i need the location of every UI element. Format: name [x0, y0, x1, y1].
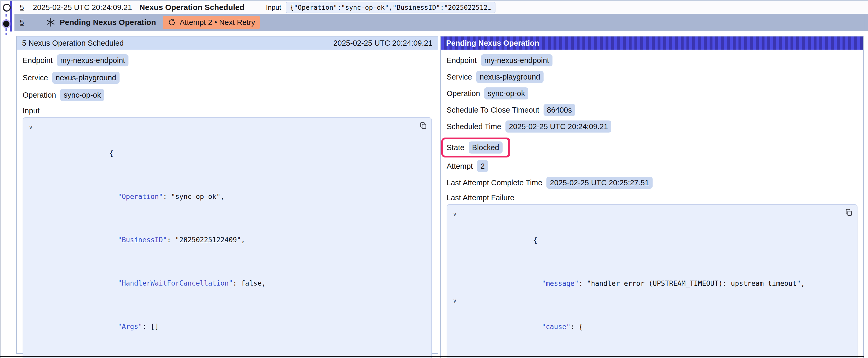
field-value: sync-op-ok — [60, 89, 104, 101]
attempt-retry-text: Attempt 2 • Next Retry — [180, 18, 255, 27]
scheduled-panel-title: 5 Nexus Operation Scheduled — [22, 39, 124, 47]
event-id-link[interactable]: 5 — [20, 18, 26, 27]
code-line-text: "cause": { — [459, 297, 583, 340]
code-line: ∨ { — [450, 210, 852, 253]
pending-fields-mid: Attempt 2 Last Attempt Complete Time 202… — [446, 160, 858, 189]
state-label: State — [446, 143, 464, 152]
field-row: Attempt 2 — [446, 160, 858, 172]
field-label: Scheduled Time — [446, 122, 501, 131]
expanded-row-bottom-border — [0, 356, 864, 357]
field-value: my-nexus-endpoint — [481, 54, 553, 66]
right-page-border — [865, 1, 865, 358]
field-label: Last Attempt Complete Time — [446, 178, 542, 187]
pending-fields-top: Endpoint my-nexus-endpoint Service nexus… — [446, 54, 858, 133]
pending-nexus-operation-panel: Pending Nexus Operation Endpoint my-nexu… — [440, 36, 864, 358]
field-row: Last Attempt Complete Time 2025-02-25 UT… — [446, 176, 858, 189]
code-token: : false, — [233, 279, 266, 287]
field-label: Schedule To Close Timeout — [446, 106, 539, 115]
event-input-preview-chip[interactable]: {"Operation":"sync-op-ok","BusinessID":"… — [286, 2, 495, 13]
field-value: 2 — [477, 160, 488, 172]
field-label: Attempt — [446, 162, 473, 171]
code-line: ∨ "BusinessID": "20250225122409", — [26, 210, 426, 253]
field-label: Operation — [23, 91, 56, 99]
event-row-nexus-operation-scheduled[interactable]: 5 2025-02-25 UTC 20:24:09.21 Nexus Opera… — [14, 1, 868, 14]
timeline-open-marker-icon — [3, 4, 11, 11]
code-token: { — [109, 149, 114, 157]
code-line: ∨ } — [26, 339, 426, 358]
code-line-text: } — [35, 339, 118, 358]
event-row-pending-nexus-operation[interactable]: 5 Pending Nexus Operation Attempt 2 • Ne… — [14, 14, 868, 31]
code-line-text: "HandlerWaitForCancellation": false, — [35, 253, 266, 296]
code-line-text: "Args": [] — [35, 296, 159, 339]
input-section-label: Input — [23, 106, 432, 115]
scheduled-panel-header: 5 Nexus Operation Scheduled 2025-02-25 U… — [17, 36, 438, 50]
code-line-text: "message": "handler error (UPSTREAM_TIME… — [459, 253, 805, 297]
state-highlight-box: State Blocked — [441, 137, 510, 158]
code-token: "BusinessID" — [118, 236, 167, 244]
field-label: Service — [446, 73, 472, 82]
event-title: Nexus Operation Scheduled — [139, 3, 244, 12]
left-page-border — [0, 1, 1, 358]
scheduled-panel-time: 2025-02-25 UTC 20:24:09.21 — [333, 39, 432, 47]
code-line-text: { — [35, 123, 118, 166]
field-row: Service nexus-playground — [446, 71, 858, 83]
retry-icon — [167, 18, 176, 27]
event-timestamp: 2025-02-25 UTC 20:24:09.21 — [33, 3, 132, 12]
field-value: nexus-playground — [52, 72, 120, 84]
collapse-chevron-icon[interactable]: ∨ — [450, 297, 459, 340]
field-row: Service nexus-playground — [23, 72, 432, 84]
code-line: ∨ "HandlerWaitForCancellation": false, — [26, 253, 426, 296]
field-label: Endpoint — [23, 56, 53, 65]
field-row: Operation sync-op-ok — [446, 88, 858, 99]
field-label: Operation — [446, 89, 480, 98]
code-token: : "20250225122409", — [167, 236, 245, 244]
field-row: Schedule To Close Timeout 86400s — [446, 104, 858, 116]
field-label: Service — [23, 73, 48, 82]
nexus-operation-scheduled-panel: 5 Nexus Operation Scheduled 2025-02-25 U… — [16, 36, 438, 354]
timeline-current-marker-icon — [3, 21, 9, 27]
code-lines: ∨ { ∨ — [26, 123, 426, 358]
field-value: my-nexus-endpoint — [57, 54, 129, 66]
code-line-text: "BusinessID": "20250225122409", — [35, 210, 245, 253]
event-rows: 5 2025-02-25 UTC 20:24:09.21 Nexus Opera… — [14, 1, 868, 31]
failure-json-viewer: ∨ { ∨ — [446, 204, 858, 358]
pending-panel-title: Pending Nexus Operation — [446, 39, 539, 47]
code-token: : [] — [143, 323, 159, 330]
code-token: "HandlerWaitForCancellation" — [118, 279, 233, 287]
pending-panel-body: Endpoint my-nexus-endpoint Service nexus… — [441, 50, 863, 358]
code-token: "message" — [542, 280, 579, 287]
code-line: ∨ "message": "upstream timeout", — [450, 340, 852, 358]
field-value: 2025-02-25 UTC 20:24:09.21 — [505, 121, 611, 133]
attempt-retry-badge: Attempt 2 • Next Retry — [163, 16, 260, 29]
code-line-text: { — [459, 210, 541, 253]
code-line-text: "message": "upstream timeout", — [459, 340, 673, 358]
event-id-link[interactable]: 5 — [20, 3, 26, 12]
event-detail-label: Input — [266, 3, 281, 11]
field-row: Operation sync-op-ok — [23, 89, 432, 101]
state-value-badge: Blocked — [469, 141, 502, 154]
code-line: ∨ "message": "handler error (UPSTREAM_TI… — [450, 253, 852, 297]
state-field-row: State Blocked — [446, 141, 502, 154]
code-line: ∨ { — [26, 123, 426, 166]
field-value: nexus-playground — [476, 71, 544, 83]
copy-icon — [845, 208, 853, 217]
collapse-chevron-icon[interactable]: ∨ — [450, 210, 459, 253]
field-label: Endpoint — [446, 56, 477, 65]
field-row: Endpoint my-nexus-endpoint — [446, 54, 858, 66]
code-token: { — [533, 236, 537, 244]
failure-section-label: Last Attempt Failure — [446, 193, 858, 202]
copy-button[interactable] — [845, 208, 853, 218]
collapse-chevron-icon[interactable]: ∨ — [26, 123, 35, 166]
code-token: "Args" — [118, 323, 143, 330]
code-token: "cause" — [542, 323, 570, 331]
code-token: : { — [570, 323, 583, 331]
pending-panel-header: Pending Nexus Operation — [441, 36, 863, 50]
workflow-history-page: 5 2025-02-25 UTC 20:24:09.21 Nexus Opera… — [0, 0, 868, 358]
copy-button[interactable] — [419, 122, 427, 131]
code-line: ∨ "Operation": "sync-op-ok", — [26, 166, 426, 210]
code-line: ∨ "Args": [] — [26, 296, 426, 339]
code-line: ∨ "cause": { — [450, 297, 852, 340]
field-value: 86400s — [544, 104, 575, 116]
pending-asterisk-icon — [46, 18, 56, 27]
field-value: 2025-02-25 UTC 20:25:27.51 — [547, 176, 652, 189]
